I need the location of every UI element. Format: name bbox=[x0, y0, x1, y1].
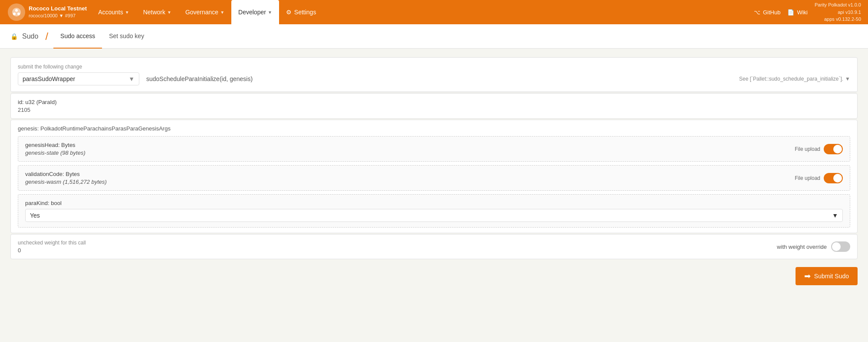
genesis-head-label: genesisHead: Bytes bbox=[25, 142, 85, 148]
para-kind-select[interactable]: Yes ▼ bbox=[25, 209, 843, 222]
svg-point-3 bbox=[17, 13, 20, 15]
main-content: submit the following change parasSudoWra… bbox=[0, 49, 868, 294]
nav-item-governance[interactable]: Governance ▼ bbox=[178, 0, 231, 24]
submit-area: ➡ Submit Sudo bbox=[10, 260, 858, 285]
brand-text: Rococo Local Testnet rococo/10000 ▼ #997 bbox=[29, 5, 87, 20]
nav-item-accounts[interactable]: Accounts ▼ bbox=[91, 0, 136, 24]
section-row: parasSudoWrapper ▼ sudoScheduleParaIniti… bbox=[18, 72, 850, 85]
submit-sudo-button[interactable]: ➡ Submit Sudo bbox=[796, 267, 858, 285]
see-link[interactable]: See [`Pallet::sudo_schedule_para_initial… bbox=[739, 76, 850, 82]
toggle-knob bbox=[832, 242, 841, 251]
svg-point-2 bbox=[13, 13, 16, 15]
genesis-head-toggle-wrapper: File upload bbox=[795, 144, 843, 154]
genesis-head-field: genesisHead: Bytes genesis-state (98 byt… bbox=[18, 136, 850, 162]
gear-icon: ⚙ bbox=[286, 9, 292, 16]
weight-section: unchecked weight for this call 0 with we… bbox=[10, 234, 858, 259]
id-label: id: u32 (ParaId) bbox=[18, 99, 850, 105]
pallet-value: parasSudoWrapper bbox=[23, 75, 75, 82]
github-icon: ⌥ bbox=[754, 9, 760, 16]
change-label: submit the following change bbox=[18, 64, 850, 70]
github-link[interactable]: ⌥ GitHub bbox=[754, 9, 780, 16]
para-kind-value: Yes bbox=[30, 212, 40, 219]
navbar: Rococo Local Testnet rococo/10000 ▼ #997… bbox=[0, 0, 868, 24]
chevron-down-icon: ▼ bbox=[128, 75, 135, 82]
nav-right: ⌥ GitHub 📄 Wiki Parity Polkadot v1.0.0 a… bbox=[754, 1, 865, 23]
chevron-down-icon: ▼ bbox=[268, 10, 272, 15]
chevron-down-icon: ▼ bbox=[845, 76, 850, 82]
brand[interactable]: Rococo Local Testnet rococo/10000 ▼ #997 bbox=[3, 3, 91, 21]
chevron-down-icon: ▼ bbox=[125, 10, 129, 15]
weight-left: unchecked weight for this call 0 bbox=[18, 240, 86, 254]
brand-title: Rococo Local Testnet bbox=[29, 5, 87, 13]
toggle-knob bbox=[833, 174, 842, 182]
weight-value: 0 bbox=[18, 247, 86, 254]
section-header: submit the following change parasSudoWra… bbox=[11, 58, 857, 92]
id-value: 2105 bbox=[18, 107, 850, 113]
chevron-down-icon: ▼ bbox=[220, 10, 224, 15]
genesis-head-value: genesis-state (98 bytes) bbox=[25, 150, 85, 156]
weight-override-toggle[interactable] bbox=[831, 241, 850, 252]
page-title: Sudo bbox=[22, 33, 38, 40]
submit-section: submit the following change parasSudoWra… bbox=[10, 57, 858, 92]
validation-code-field: validationCode: Bytes genesis-wasm (1,51… bbox=[18, 165, 850, 191]
brand-circle bbox=[8, 3, 25, 21]
brand-logo-icon bbox=[11, 7, 22, 17]
genesis-title: genesis: PolkadotRuntimeParachainsParasP… bbox=[18, 125, 850, 132]
validation-code-value: genesis-wasm (1,516,272 bytes) bbox=[25, 179, 107, 185]
brand-subtitle: rococo/10000 ▼ #997 bbox=[29, 13, 87, 19]
wiki-link[interactable]: 📄 Wiki bbox=[787, 9, 808, 16]
wiki-icon: 📄 bbox=[787, 9, 794, 16]
nav-item-network[interactable]: Network ▼ bbox=[136, 0, 178, 24]
id-section: id: u32 (ParaId) 2105 bbox=[10, 93, 858, 119]
chevron-down-icon: ▼ bbox=[167, 10, 171, 15]
chevron-down-icon: ▼ bbox=[832, 212, 838, 219]
para-kind-field: paraKind: bool Yes ▼ bbox=[18, 194, 850, 228]
weight-row: unchecked weight for this call 0 with we… bbox=[18, 240, 850, 254]
nav-item-developer[interactable]: Developer ▼ bbox=[231, 0, 279, 24]
validation-code-label: validationCode: Bytes bbox=[25, 171, 107, 177]
submit-icon: ➡ bbox=[804, 271, 811, 281]
lock-icon: 🔒 bbox=[10, 33, 18, 40]
tab-set-sudo-key[interactable]: Set sudo key bbox=[102, 24, 151, 49]
genesis-head-row: genesisHead: Bytes genesis-state (98 byt… bbox=[25, 142, 843, 156]
nav-item-settings[interactable]: ⚙ Settings bbox=[279, 9, 323, 16]
function-text: sudoScheduleParaInitialize(id, genesis) bbox=[146, 75, 732, 82]
genesis-head-toggle[interactable] bbox=[824, 144, 843, 154]
toggle-knob bbox=[833, 145, 842, 153]
validation-code-content: validationCode: Bytes genesis-wasm (1,51… bbox=[25, 171, 107, 185]
nav-items: Accounts ▼ Network ▼ Governance ▼ Develo… bbox=[91, 0, 754, 24]
submit-label: Submit Sudo bbox=[814, 273, 849, 280]
svg-point-1 bbox=[15, 9, 18, 12]
pallet-select[interactable]: parasSudoWrapper ▼ bbox=[18, 72, 139, 85]
weight-override-label: with weight override bbox=[777, 244, 827, 250]
genesis-section: genesis: PolkadotRuntimeParachainsParasP… bbox=[10, 120, 858, 233]
breadcrumb-separator: / bbox=[45, 30, 48, 42]
weight-override: with weight override bbox=[777, 241, 850, 252]
validation-code-toggle-label: File upload bbox=[795, 175, 820, 181]
genesis-head-toggle-label: File upload bbox=[795, 146, 820, 152]
para-kind-label: paraKind: bool bbox=[25, 200, 843, 206]
genesis-head-content: genesisHead: Bytes genesis-state (98 byt… bbox=[25, 142, 85, 156]
validation-code-toggle-wrapper: File upload bbox=[795, 173, 843, 183]
version-info: Parity Polkadot v1.0.0 api v10.9.1 apps … bbox=[815, 1, 865, 23]
weight-label: unchecked weight for this call bbox=[18, 240, 86, 246]
page-header: 🔒 Sudo / Sudo access Set sudo key bbox=[0, 24, 868, 49]
tab-sudo-access[interactable]: Sudo access bbox=[53, 24, 102, 49]
validation-code-row: validationCode: Bytes genesis-wasm (1,51… bbox=[25, 171, 843, 185]
validation-code-toggle[interactable] bbox=[824, 173, 843, 183]
